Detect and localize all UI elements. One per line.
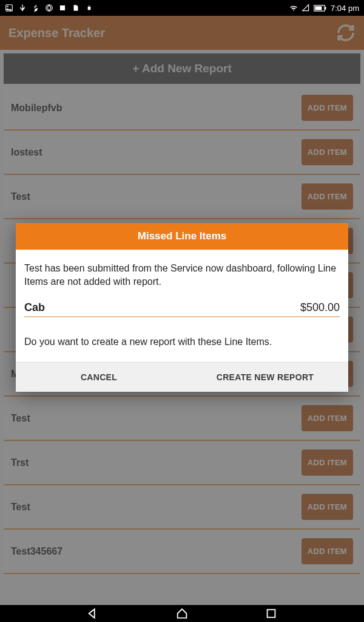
aperture-icon xyxy=(45,4,53,12)
dialog-actions: CANCEL CREATE NEW REPORT xyxy=(16,362,348,392)
svg-point-5 xyxy=(88,5,89,6)
svg-rect-8 xyxy=(325,7,326,10)
line-item-name: Cab xyxy=(24,301,45,314)
svg-rect-10 xyxy=(267,610,275,618)
svg-rect-3 xyxy=(60,5,65,10)
navigation-bar xyxy=(0,605,364,622)
home-button[interactable] xyxy=(175,607,189,620)
svg-point-1 xyxy=(7,6,8,7)
back-button[interactable] xyxy=(86,607,99,620)
usb-icon xyxy=(18,4,27,12)
battery-icon xyxy=(314,4,327,12)
create-new-report-button[interactable]: CREATE NEW REPORT xyxy=(182,363,348,392)
dialog-body: Test has been submitted from the Service… xyxy=(16,250,348,362)
dialog-message: Test has been submitted from the Service… xyxy=(24,262,340,288)
missed-items-dialog: Missed Line Items Test has been submitte… xyxy=(16,223,348,392)
line-item-amount: $500.00 xyxy=(300,301,340,314)
wifi-icon xyxy=(289,4,298,12)
svg-rect-9 xyxy=(315,6,322,10)
status-bar: 7:04 pm xyxy=(0,0,364,16)
status-time: 7:04 pm xyxy=(331,4,359,13)
image-icon xyxy=(5,4,13,12)
dialog-title: Missed Line Items xyxy=(16,223,348,250)
stop-icon xyxy=(58,4,67,12)
status-left-icons xyxy=(5,4,93,12)
svg-rect-4 xyxy=(88,7,91,10)
android-icon xyxy=(85,4,93,12)
line-item-row: Cab $500.00 xyxy=(24,301,340,317)
status-right-icons: 7:04 pm xyxy=(289,4,359,13)
pinwheel-icon xyxy=(32,4,40,12)
svg-point-6 xyxy=(90,5,90,6)
recent-button[interactable] xyxy=(265,607,278,620)
signal-icon xyxy=(302,4,310,12)
svg-point-2 xyxy=(46,5,53,12)
cancel-button[interactable]: CANCEL xyxy=(16,363,182,392)
sd-icon xyxy=(72,4,80,12)
dialog-question: Do you want to create a new report with … xyxy=(24,337,340,347)
